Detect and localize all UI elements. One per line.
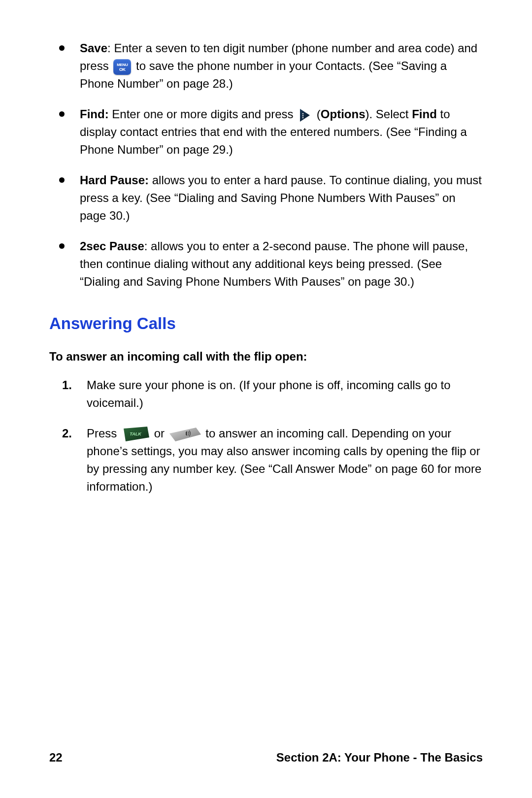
options-label: Options (321, 107, 366, 121)
menu-ok-top-text: MENU (117, 63, 128, 67)
bullet-label: 2sec Pause (80, 239, 144, 253)
step-text: Make sure your phone is on. (If your pho… (87, 378, 451, 409)
paren-close-text: ). Select (366, 107, 412, 121)
svg-text:TALK: TALK (130, 432, 142, 436)
bullet-text-before: Enter one or more digits and press (109, 107, 297, 121)
page-content: Save: Enter a seven to ten digit number … (49, 39, 483, 496)
paren-open: ( (313, 107, 321, 121)
play-options-icon (299, 108, 311, 123)
bullet-hard-pause: Hard Pause: allows you to enter a hard p… (72, 171, 483, 225)
bullet-find: Find: Enter one or more digits and press… (72, 105, 483, 159)
answer-steps-list: 1. Make sure your phone is on. (If your … (49, 376, 483, 496)
bullet-label: Hard Pause: (80, 173, 149, 187)
bullet-2sec-pause: 2sec Pause: allows you to enter a 2-seco… (72, 237, 483, 291)
svg-point-0 (302, 113, 303, 114)
page-number: 22 (49, 749, 63, 766)
bullet-save: Save: Enter a seven to ten digit number … (72, 39, 483, 93)
bullet-label: Find: (80, 107, 109, 121)
step-text-or: or (151, 427, 168, 440)
step-number: 2. (62, 425, 72, 442)
menu-ok-icon: MENUOK (113, 59, 131, 75)
speaker-button-icon (169, 427, 201, 441)
find-label: Find (412, 107, 437, 121)
svg-point-2 (302, 117, 303, 118)
step-number: 1. (62, 376, 72, 394)
answering-calls-heading: Answering Calls (49, 311, 483, 336)
bullet-label: Save (80, 41, 107, 55)
step-2: 2. Press TALK or to answer an incoming c… (80, 425, 483, 496)
step-1: 1. Make sure your phone is on. (If your … (80, 376, 483, 412)
flip-open-subheading: To answer an incoming call with the flip… (49, 348, 483, 366)
page-footer: 22 Section 2A: Your Phone - The Basics (49, 749, 483, 766)
options-bullet-list: Save: Enter a seven to ten digit number … (49, 39, 483, 291)
talk-button-icon: TALK (122, 427, 149, 441)
menu-ok-bottom-text: OK (119, 67, 126, 72)
section-title: Section 2A: Your Phone - The Basics (276, 749, 483, 766)
step-text-before: Press (87, 427, 120, 440)
bullet-text-after: to save the phone number in your Contact… (80, 59, 447, 90)
svg-point-1 (302, 115, 303, 116)
